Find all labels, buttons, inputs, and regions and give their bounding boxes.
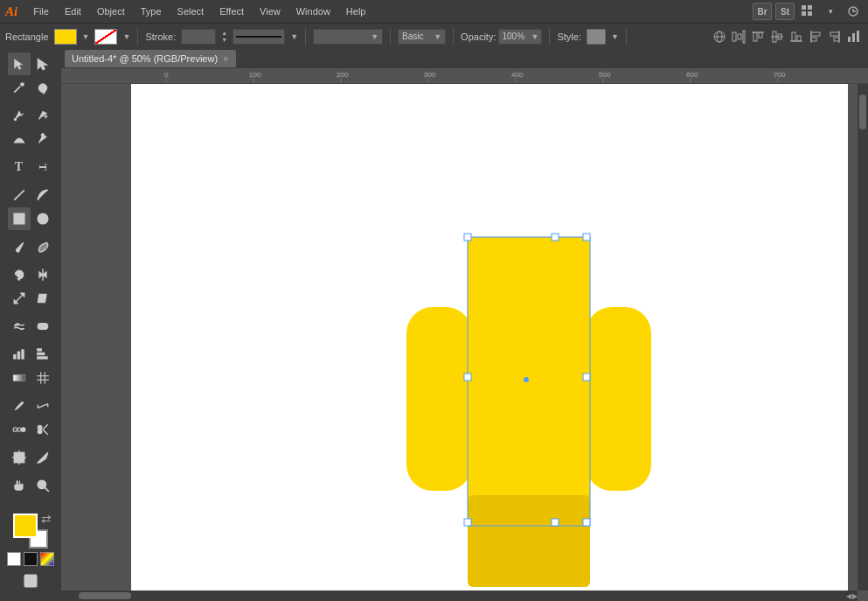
rotate-tool-btn[interactable] [8, 263, 31, 286]
line-tool-btn[interactable] [8, 184, 31, 206]
scrollbar-h-thumb[interactable] [79, 592, 131, 599]
separator-6 [626, 28, 627, 45]
eyedropper-tool-btn[interactable] [8, 395, 31, 417]
basic-select[interactable]: Basic ▼ [398, 29, 446, 45]
align-right-icon[interactable] [826, 28, 844, 45]
shear-tool-btn[interactable] [31, 287, 54, 310]
pen-tool-btn[interactable] [8, 104, 31, 127]
separator-5 [549, 28, 550, 45]
horizontal-scrollbar[interactable]: ◀ ▶ [61, 591, 858, 601]
lasso-tool-btn[interactable] [31, 76, 54, 99]
svg-rect-91 [468, 495, 590, 587]
fill-mini-swatch[interactable] [7, 552, 21, 566]
align-bottom-icon[interactable] [788, 28, 805, 45]
warp-tool-btn[interactable] [8, 315, 31, 338]
direct-selection-tool-btn[interactable] [31, 52, 54, 75]
stroke-line-preview[interactable] [233, 29, 285, 45]
blend-tool-btn[interactable] [8, 418, 31, 441]
scroll-right-btn[interactable]: ▶ [852, 592, 858, 600]
style-dropdown-arrow[interactable]: ▼ [611, 32, 619, 41]
vertical-type-tool-btn[interactable]: T [31, 156, 54, 178]
opacity-input[interactable]: 100% ▼ [498, 29, 542, 45]
stroke-dropdown-arrow[interactable]: ▼ [122, 32, 130, 41]
rectangle-tool-btn[interactable] [8, 207, 31, 230]
scrollbar-v-thumb[interactable] [859, 94, 866, 129]
screen-mode-btn[interactable] [14, 570, 47, 592]
svg-point-61 [38, 430, 42, 434]
reshape-tool-btn[interactable] [31, 315, 54, 338]
tab-bar: Untitled-4* @ 50% (RGB/Preview) × [61, 49, 868, 68]
menu-window[interactable]: Window [289, 4, 337, 18]
scroll-left-btn[interactable]: ◀ [846, 592, 851, 600]
artboard-tool-btn[interactable] [8, 446, 31, 469]
blob-brush-tool-btn[interactable] [31, 235, 54, 258]
measure-tool-btn[interactable] [31, 395, 54, 417]
svg-rect-43 [21, 349, 24, 359]
reflect-tool-btn[interactable] [31, 263, 54, 286]
align-center-h-icon[interactable] [768, 28, 786, 45]
slice-tool-btn[interactable] [31, 446, 54, 469]
stroke-color-swatch[interactable] [94, 29, 117, 45]
canvas-area[interactable]: Untitled-4* @ 50% (RGB/Preview) × 0 100 … [61, 49, 868, 601]
type-tool-btn[interactable]: T [8, 156, 31, 178]
scale-tool-btn[interactable] [8, 287, 31, 310]
bar-graph-tool-btn[interactable] [31, 343, 54, 366]
gradient-tool-btn[interactable] [8, 367, 31, 389]
rect-ellipse-row [8, 207, 54, 230]
fill-color-swatch[interactable] [54, 29, 77, 45]
anchor-convert-tool-btn[interactable] [31, 128, 54, 150]
variable-width-select[interactable]: ▼ [313, 29, 383, 45]
magic-wand-tool-btn[interactable] [8, 76, 31, 99]
align-left-icon[interactable] [807, 28, 824, 45]
fill-dropdown-arrow[interactable]: ▼ [82, 32, 90, 41]
stroke-mini-swatch[interactable] [24, 552, 38, 566]
menu-type[interactable]: Type [134, 4, 169, 18]
menu-view[interactable]: View [253, 4, 288, 18]
chart-icon[interactable] [845, 28, 863, 45]
scissors-tool-btn[interactable] [31, 418, 54, 441]
foreground-color-box[interactable] [13, 514, 38, 538]
stroke-spinners[interactable]: ▲ ▼ [221, 30, 227, 44]
style-swatch[interactable] [587, 29, 606, 45]
selection-tool-btn[interactable] [8, 52, 31, 75]
arrange-icon[interactable]: ▾ [821, 3, 840, 20]
vertical-scrollbar[interactable] [858, 84, 868, 591]
zoom-tool-btn[interactable] [31, 474, 54, 497]
svg-rect-2 [802, 11, 806, 16]
svg-text:500: 500 [599, 71, 611, 79]
ellipse-tool-btn[interactable] [31, 207, 54, 230]
menu-help[interactable]: Help [339, 4, 373, 18]
column-graph-tool-btn[interactable] [8, 343, 31, 366]
gradient-mesh-row [8, 367, 54, 389]
stock-icon[interactable]: St [775, 3, 795, 20]
menu-select[interactable]: Select [170, 4, 212, 18]
add-anchor-tool-btn[interactable] [31, 104, 54, 127]
svg-rect-23 [830, 32, 839, 36]
svg-point-60 [38, 425, 42, 430]
gradient-mini-swatch[interactable] [40, 552, 54, 566]
workspace-grid-icon[interactable] [798, 3, 817, 20]
stroke-width-input[interactable] [181, 29, 216, 45]
svg-point-29 [20, 82, 24, 87]
sync-icon[interactable] [844, 3, 863, 20]
align-world-icon[interactable] [711, 28, 728, 45]
svg-rect-11 [753, 32, 757, 41]
menu-object[interactable]: Object [90, 4, 132, 18]
bridge-icon[interactable]: Br [753, 3, 772, 20]
tab-close-btn[interactable]: × [223, 53, 228, 64]
align-top-icon[interactable] [749, 28, 767, 45]
white-canvas[interactable] [131, 84, 848, 601]
hand-tool-btn[interactable] [8, 474, 31, 497]
document-tab[interactable]: Untitled-4* @ 50% (RGB/Preview) × [65, 50, 236, 67]
stroke-line-dropdown[interactable]: ▼ [290, 32, 298, 41]
menu-edit[interactable]: Edit [58, 4, 88, 18]
paintbrush-tool-btn[interactable] [8, 235, 31, 258]
svg-rect-40 [38, 324, 47, 330]
distribute-h-icon[interactable] [730, 28, 747, 45]
menu-effect[interactable]: Effect [212, 4, 251, 18]
swap-colors-icon[interactable]: ⇄ [41, 512, 52, 526]
mesh-tool-btn[interactable] [31, 367, 54, 389]
arc-tool-btn[interactable] [31, 184, 54, 206]
curvature-tool-btn[interactable] [8, 128, 31, 150]
menu-file[interactable]: File [26, 4, 56, 18]
